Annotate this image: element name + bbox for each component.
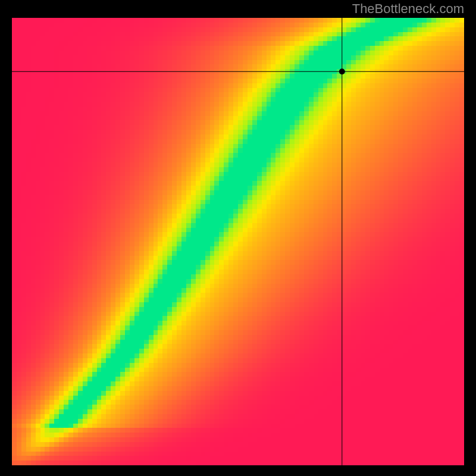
heatmap-canvas xyxy=(12,18,464,465)
plot-area xyxy=(12,18,464,465)
watermark-text: TheBottleneck.com xyxy=(352,1,464,17)
chart-container: TheBottleneck.com xyxy=(0,0,476,476)
